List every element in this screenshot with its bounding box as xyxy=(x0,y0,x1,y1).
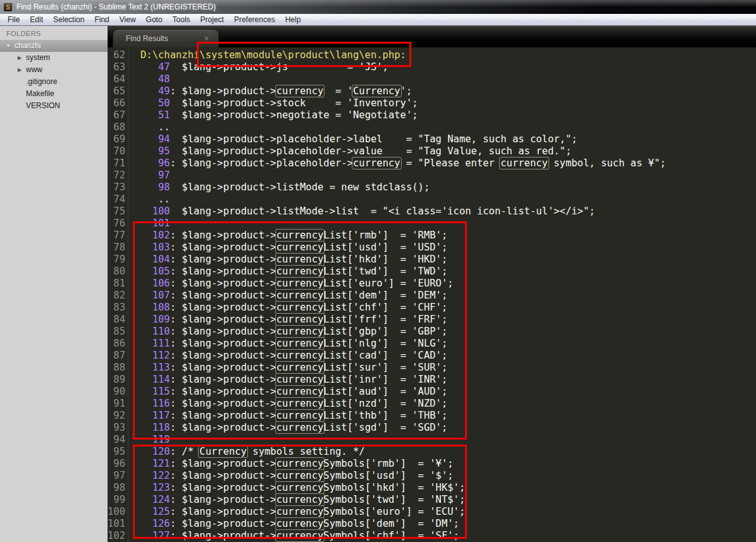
code-line[interactable]: 74 .. xyxy=(108,194,756,206)
code-line[interactable]: 76 101 xyxy=(108,218,756,230)
code-line[interactable]: 62D:\chanzhi\system\module\product\lang\… xyxy=(108,49,756,61)
chevron-right-icon[interactable]: ▶ xyxy=(16,64,23,76)
code-area[interactable]: 62D:\chanzhi\system\module\product\lang\… xyxy=(108,47,756,542)
code-line[interactable]: 93 118: $lang->product->currencyList['sg… xyxy=(108,422,756,434)
code-line[interactable]: 81 106: $lang->product->currencyList['eu… xyxy=(108,278,756,290)
code-line[interactable]: 87 112: $lang->product->currencyList['ca… xyxy=(108,350,756,362)
gutter-line-number: 82 xyxy=(108,290,128,302)
code-text: List['cad'] = 'CAD'; xyxy=(323,350,447,361)
code-line[interactable]: 78 103: $lang->product->currencyList['us… xyxy=(108,242,756,254)
code-line[interactable]: 73 98 $lang->product->listMode = new std… xyxy=(108,182,756,194)
gutter-line-number: 86 xyxy=(108,338,128,350)
code-line[interactable]: 75 100 $lang->product->listMode->list = … xyxy=(108,206,756,218)
code-line[interactable]: 99 124: $lang->product->currencySymbols[… xyxy=(108,494,756,506)
code-line[interactable]: 72 97 xyxy=(108,169,756,182)
code-line[interactable]: 94 119 xyxy=(108,434,756,446)
code-text: $lang->product-> xyxy=(182,470,276,481)
code-line-text: 47 $lang->product->js = 'JS'; xyxy=(128,61,388,73)
menu-item-goto[interactable]: Goto xyxy=(141,14,168,25)
chevron-right-icon[interactable]: ▶ xyxy=(16,52,23,64)
code-line[interactable]: 63 47 $lang->product->js = 'JS'; xyxy=(108,61,756,73)
code-text: Symbols['hkd'] = 'HK$'; xyxy=(323,482,465,493)
code-line[interactable]: 101 126: $lang->product->currencySymbols… xyxy=(108,518,756,530)
result-line-number: 96 xyxy=(140,157,170,169)
code-line[interactable]: 66 50 $lang->product->stock = 'Inventory… xyxy=(108,97,756,109)
code-line[interactable]: 92 117: $lang->product->currencyList['th… xyxy=(108,410,756,422)
menu-item-tools[interactable]: Tools xyxy=(168,14,195,25)
gutter-line-number: 66 xyxy=(108,97,128,109)
code-line[interactable]: 98 123: $lang->product->currencySymbols[… xyxy=(108,482,756,494)
code-text: $lang->product-> xyxy=(182,530,276,541)
sidebar-item-chanzhi[interactable]: ▼ chanzhi xyxy=(0,40,108,52)
code-line[interactable]: 88 113: $lang->product->currencyList['su… xyxy=(108,362,756,374)
menu-item-help[interactable]: Help xyxy=(280,14,306,25)
tab-find-results[interactable]: Find Results ✕ xyxy=(113,29,219,47)
code-line-text: 102: $lang->product->currencyList['rmb']… xyxy=(128,230,447,242)
code-line[interactable]: 95 120: /* Currency symbols setting. */ xyxy=(108,446,756,458)
separator: : xyxy=(170,302,182,313)
search-match: currency xyxy=(275,289,325,302)
separator: : xyxy=(170,374,182,385)
code-line[interactable]: 86 111: $lang->product->currencyList['nl… xyxy=(108,338,756,350)
code-line[interactable]: 83 108: $lang->product->currencyList['ch… xyxy=(108,302,756,314)
code-line[interactable]: 71 96: $lang->product->placeholder->curr… xyxy=(108,157,756,169)
code-line-text: 49: $lang->product->currency = 'Currency… xyxy=(128,85,412,97)
code-line[interactable]: 68 .. xyxy=(108,121,756,133)
menu-item-edit[interactable]: Edit xyxy=(25,14,48,25)
code-line[interactable]: 82 107: $lang->product->currencyList['de… xyxy=(108,290,756,302)
result-line-number: 50 xyxy=(140,97,170,109)
gutter-line-number: 67 xyxy=(108,109,128,121)
code-line[interactable]: 65 49: $lang->product->currency = 'Curre… xyxy=(108,85,756,97)
code-line-text: 117: $lang->product->currencyList['thb']… xyxy=(128,410,447,422)
code-line[interactable]: 84 109: $lang->product->currencyList['fr… xyxy=(108,314,756,326)
sidebar-item-version[interactable]: VERSION xyxy=(0,100,108,112)
code-line[interactable]: 85 110: $lang->product->currencyList['gb… xyxy=(108,326,756,338)
separator: : xyxy=(170,266,182,277)
separator: : xyxy=(170,157,182,169)
gutter-line-number: 91 xyxy=(108,398,128,410)
gutter-line-number: 75 xyxy=(108,206,128,218)
code-line[interactable]: 69 94 $lang->product->placeholder->label… xyxy=(108,133,756,145)
gutter-line-number: 79 xyxy=(108,254,128,266)
menu-item-view[interactable]: View xyxy=(115,14,141,25)
code-line-text: 95 $lang->product->placeholder->value = … xyxy=(128,145,571,157)
sidebar-item-www[interactable]: ▶www xyxy=(0,64,108,76)
code-text: $lang->product-> xyxy=(182,458,276,469)
code-line[interactable]: 97 122: $lang->product->currencySymbols[… xyxy=(108,470,756,482)
code-line[interactable]: 89 114: $lang->product->currencyList['in… xyxy=(108,374,756,386)
code-text: $lang->product-> xyxy=(182,338,276,349)
gutter-line-number: 101 xyxy=(108,518,128,530)
sidebar-item-makefile[interactable]: Makefile xyxy=(0,88,108,100)
code-line[interactable]: 80 105: $lang->product->currencyList['tw… xyxy=(108,266,756,278)
code-text: List['sur'] = 'SUR'; xyxy=(323,362,447,373)
menu-item-file[interactable]: File xyxy=(3,14,25,25)
code-line[interactable]: 67 51 $lang->product->negotiate = 'Negot… xyxy=(108,109,756,121)
sidebar-item-system[interactable]: ▶system xyxy=(0,52,108,64)
sublime-app-icon[interactable]: S xyxy=(3,3,13,12)
code-line[interactable]: 96 121: $lang->product->currencySymbols[… xyxy=(108,458,756,470)
code-line[interactable]: 79 104: $lang->product->currencyList['hk… xyxy=(108,254,756,266)
title-bar[interactable]: S Find Results (chanzhi) - Sublime Text … xyxy=(0,0,756,14)
menu-item-preferences[interactable]: Preferences xyxy=(229,14,280,25)
menu-item-selection[interactable]: Selection xyxy=(48,14,89,25)
separator xyxy=(170,97,182,109)
menu-item-find[interactable]: Find xyxy=(89,14,114,25)
code-line[interactable]: 64 48 xyxy=(108,73,756,85)
code-line[interactable]: 77 102: $lang->product->currencyList['rm… xyxy=(108,230,756,242)
menu-item-project[interactable]: Project xyxy=(195,14,229,25)
code-line[interactable]: 102 127: $lang->product->currencySymbols… xyxy=(108,530,756,542)
chevron-down-icon[interactable]: ▼ xyxy=(5,40,11,52)
code-line-text: 50 $lang->product->stock = 'Inventory'; xyxy=(128,97,418,109)
code-line[interactable]: 90 115: $lang->product->currencyList['au… xyxy=(108,386,756,398)
gutter-line-number: 74 xyxy=(108,194,128,206)
separator: : xyxy=(170,350,182,361)
code-line[interactable]: 70 95 $lang->product->placeholder->value… xyxy=(108,145,756,157)
sidebar-item-gitignore[interactable]: .gitignore xyxy=(0,76,108,88)
tab-close-icon[interactable]: ✕ xyxy=(204,35,209,43)
code-line[interactable]: 100 125: $lang->product->currencySymbols… xyxy=(108,506,756,518)
result-line-number: 111 xyxy=(140,338,170,349)
code-line[interactable]: 91 116: $lang->product->currencyList['nz… xyxy=(108,398,756,410)
search-match: currency xyxy=(275,265,325,278)
code-text: $lang->product->placeholder->value = "Ta… xyxy=(182,145,571,157)
search-match: currency xyxy=(275,361,325,374)
